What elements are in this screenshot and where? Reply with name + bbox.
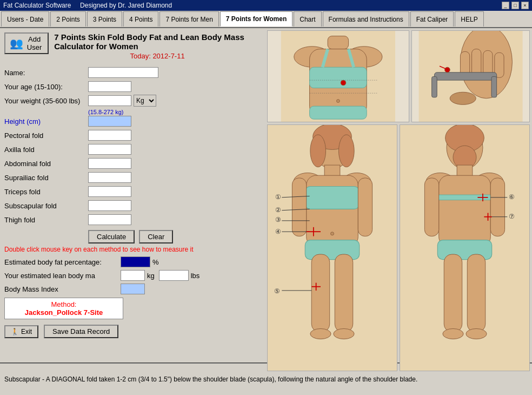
weight-input[interactable]: [88, 95, 131, 106]
svg-text:③: ③: [275, 216, 281, 223]
name-input[interactable]: [88, 67, 158, 78]
svg-rect-21: [491, 76, 497, 97]
svg-rect-19: [434, 73, 496, 80]
axilla-label: Axilla fold: [4, 146, 88, 154]
tab-2-points[interactable]: 2 Points: [50, 11, 85, 27]
height-input[interactable]: [88, 116, 131, 127]
torso-front-image: [267, 30, 409, 122]
age-input[interactable]: [88, 81, 131, 92]
exit-icon: 🚶: [11, 328, 19, 335]
svg-text:①: ①: [275, 193, 281, 201]
svg-rect-1: [328, 36, 348, 49]
svg-rect-69: [444, 254, 462, 332]
tab-help[interactable]: HELP: [455, 11, 483, 27]
svg-point-42: [331, 232, 334, 235]
tab-chart[interactable]: Chart: [294, 11, 321, 27]
triceps-row: Triceps fold: [4, 186, 261, 198]
add-user-button[interactable]: 👥 Add User: [4, 32, 49, 54]
maximize-button[interactable]: □: [511, 2, 519, 9]
svg-rect-36: [292, 178, 306, 236]
subscapular-label: Subscapular fold: [4, 202, 88, 210]
svg-rect-68: [490, 178, 504, 236]
body-back-image: ⑥ ⑦: [400, 124, 530, 371]
age-label: Your age (15-100):: [4, 83, 88, 91]
title-bar: Fat Calculator Software Designed by Dr. …: [0, 0, 532, 11]
weight-row: Your weight (35-600 lbs) Kg Lbs: [4, 95, 261, 107]
left-panel: 👥 Add User 7 Points Skin Fold Body Fat a…: [0, 28, 265, 363]
minimize-button[interactable]: _: [502, 2, 509, 9]
tab-3-points[interactable]: 3 Points: [87, 11, 122, 27]
svg-point-23: [444, 67, 450, 73]
lean-kg-input[interactable]: [121, 270, 145, 281]
thigh-input[interactable]: [88, 214, 131, 225]
svg-point-41: [334, 328, 354, 339]
svg-text:⑦: ⑦: [509, 213, 515, 220]
pectoral-input[interactable]: [88, 130, 131, 141]
name-label: Name:: [4, 69, 88, 77]
bmi-input[interactable]: [121, 284, 145, 294]
right-panel: ① ② ③ ④ ⑤: [265, 28, 532, 363]
tab-users-date[interactable]: Users - Date: [1, 11, 49, 27]
fat-pct-input[interactable]: [121, 256, 150, 267]
svg-rect-67: [424, 178, 438, 236]
svg-point-72: [466, 328, 487, 339]
svg-text:⑤: ⑤: [274, 287, 280, 295]
bmi-row: Body Mass Index: [4, 284, 261, 294]
triceps-input[interactable]: [88, 186, 131, 197]
svg-rect-20: [431, 76, 437, 97]
today-date: Today: 2012-7-11: [54, 52, 261, 60]
tab-4-points[interactable]: 4 Points: [123, 11, 158, 27]
lean-mass-label: Your estimated lean body ma: [4, 272, 121, 280]
suprailiac-input[interactable]: [88, 172, 131, 183]
abdominal-input[interactable]: [88, 158, 131, 169]
triceps-label: Triceps fold: [4, 188, 88, 196]
suprailiac-label: Suprailiac fold: [4, 174, 88, 182]
fat-pct-row: Estimated body fat percentage: %: [4, 256, 261, 267]
svg-rect-39: [335, 254, 353, 332]
tab-formulas[interactable]: Formulas and Instructions: [323, 11, 409, 27]
axilla-input[interactable]: [88, 144, 131, 155]
lean-lbs-input[interactable]: [159, 270, 189, 281]
status-text: Subscapular - A DIAGONAL fold taken 1-2 …: [4, 376, 417, 383]
kg-label: kg: [147, 272, 155, 280]
bmi-label: Body Mass Index: [4, 285, 121, 293]
svg-point-10: [341, 80, 346, 85]
close-button[interactable]: ×: [521, 2, 529, 9]
tab-7-points-men[interactable]: 7 Points for Men: [159, 11, 218, 27]
title-bar-text: Fat Calculator Software Designed by Dr. …: [3, 2, 172, 9]
pectoral-row: Pectoral fold: [4, 129, 261, 141]
svg-point-28: [310, 135, 326, 167]
save-button[interactable]: Save Data Record: [44, 325, 118, 338]
action-buttons: Calculate Clear: [88, 230, 261, 243]
svg-rect-38: [311, 254, 329, 332]
svg-point-71: [443, 328, 463, 339]
clear-button[interactable]: Clear: [139, 230, 173, 243]
lbs-label: lbs: [191, 272, 200, 280]
thigh-row: Thigh fold: [4, 214, 261, 226]
height-label: Height (cm): [4, 117, 88, 126]
svg-rect-33: [307, 175, 358, 246]
svg-rect-8: [310, 106, 367, 119]
weight-unit-select[interactable]: Kg Lbs: [134, 95, 156, 107]
age-row: Your age (15-100):: [4, 81, 261, 93]
svg-point-40: [310, 328, 331, 339]
calculate-button[interactable]: Calculate: [88, 230, 135, 243]
svg-rect-37: [358, 178, 372, 236]
thigh-label: Thigh fold: [4, 216, 88, 224]
name-row: Name:: [4, 67, 261, 78]
tab-fat-caliper[interactable]: Fat Caliper: [410, 11, 454, 27]
body-front-image: ① ② ③ ④ ⑤: [267, 124, 397, 371]
exit-button[interactable]: 🚶 Exit: [4, 325, 38, 338]
weight-label: Your weight (35-600 lbs): [4, 97, 88, 105]
subscapular-input[interactable]: [88, 200, 131, 211]
pectoral-label: Pectoral fold: [4, 131, 88, 140]
svg-point-9: [336, 100, 340, 103]
svg-text:②: ②: [275, 206, 281, 214]
axilla-row: Axilla fold: [4, 143, 261, 155]
tab-7-points-women[interactable]: 7 Points for Women: [220, 11, 292, 27]
abdominal-label: Abdominal fold: [4, 160, 88, 168]
svg-rect-5: [310, 67, 367, 88]
svg-rect-70: [467, 254, 485, 332]
bottom-buttons: 🚶 Exit Save Data Record: [4, 325, 261, 338]
abdominal-row: Abdominal fold: [4, 157, 261, 169]
